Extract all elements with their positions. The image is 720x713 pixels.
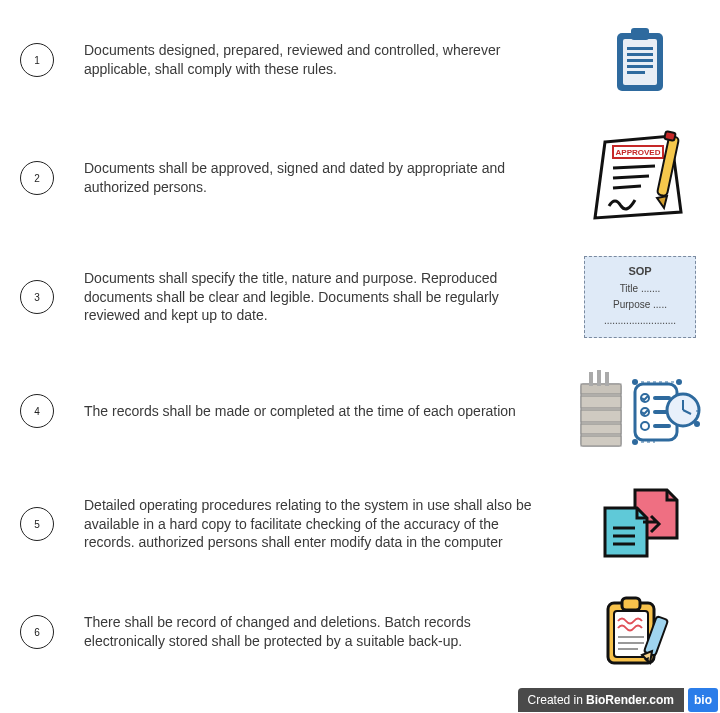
rule-text: Detailed operating procedures relating t… — [84, 496, 570, 553]
rule-row: 2 Documents shall be approved, signed an… — [20, 128, 710, 228]
svg-rect-23 — [597, 370, 601, 386]
svg-rect-22 — [589, 372, 593, 386]
clipboard-edit-icon — [600, 593, 680, 671]
svg-line-11 — [613, 176, 649, 178]
rule-row: 1 Documents designed, prepared, reviewed… — [20, 20, 710, 100]
svg-rect-4 — [627, 53, 653, 56]
rule-text: The records shall be made or completed a… — [84, 402, 570, 421]
copy-documents-icon — [595, 484, 685, 564]
rule-row: 4 The records shall be made or completed… — [20, 366, 710, 456]
rule-text: Documents designed, prepared, reviewed a… — [84, 41, 570, 79]
rule-number: 3 — [20, 280, 54, 314]
footer-attribution: Created in BioRender.com bio — [518, 687, 720, 713]
instrument-checklist-icon — [575, 366, 705, 456]
rule-number: 6 — [20, 615, 54, 649]
rule-number: 4 — [20, 394, 54, 428]
svg-rect-5 — [627, 59, 653, 62]
rule-row: 3 Documents shall specify the title, nat… — [20, 256, 710, 338]
svg-rect-21 — [581, 436, 621, 446]
rule-icon-clipboard-edit — [570, 593, 710, 671]
svg-rect-31 — [653, 424, 671, 428]
clipboard-icon — [611, 25, 669, 95]
rule-icon-clipboard — [570, 25, 710, 95]
svg-rect-2 — [631, 28, 649, 40]
svg-rect-6 — [627, 65, 653, 68]
rule-text: There shall be record of changed and del… — [84, 613, 570, 651]
rule-icon-instrument-checklist — [570, 366, 710, 456]
approved-stamp-text: APPROVED — [616, 148, 661, 157]
rule-text: Documents shall be approved, signed and … — [84, 159, 570, 197]
svg-line-10 — [613, 166, 655, 168]
approved-document-icon: APPROVED — [585, 128, 695, 228]
svg-rect-24 — [605, 372, 609, 386]
svg-rect-7 — [627, 71, 645, 74]
svg-rect-43 — [614, 611, 648, 657]
svg-rect-44 — [622, 598, 640, 610]
svg-rect-3 — [627, 47, 653, 50]
rule-icon-copy-documents — [570, 484, 710, 564]
rule-icon-approved-document: APPROVED — [570, 128, 710, 228]
footer-brand: BioRender.com — [586, 693, 674, 707]
svg-rect-27 — [653, 396, 671, 400]
svg-rect-18 — [581, 396, 621, 408]
footer-label: Created in BioRender.com — [518, 688, 684, 712]
sop-heading: SOP — [589, 263, 691, 281]
rules-list: 1 Documents designed, prepared, reviewed… — [0, 0, 720, 672]
rule-number: 1 — [20, 43, 54, 77]
sop-line: Purpose ..... — [589, 297, 691, 313]
sop-line: Title ....... — [589, 281, 691, 297]
rule-number: 2 — [20, 161, 54, 195]
svg-rect-19 — [581, 410, 621, 422]
footer-prefix: Created in — [528, 693, 583, 707]
svg-rect-15 — [664, 131, 675, 141]
svg-rect-20 — [581, 424, 621, 434]
rule-icon-sop-box: SOP Title ....... Purpose ..... ........… — [570, 256, 710, 338]
footer-badge: bio — [688, 688, 718, 712]
rule-text: Documents shall specify the title, natur… — [84, 269, 570, 326]
rule-number: 5 — [20, 507, 54, 541]
sop-box: SOP Title ....... Purpose ..... ........… — [584, 256, 696, 338]
sop-line: .......................... — [589, 313, 691, 329]
rule-row: 5 Detailed operating procedures relating… — [20, 484, 710, 564]
rule-row: 6 There shall be record of changed and d… — [20, 592, 710, 672]
svg-line-12 — [613, 186, 641, 188]
